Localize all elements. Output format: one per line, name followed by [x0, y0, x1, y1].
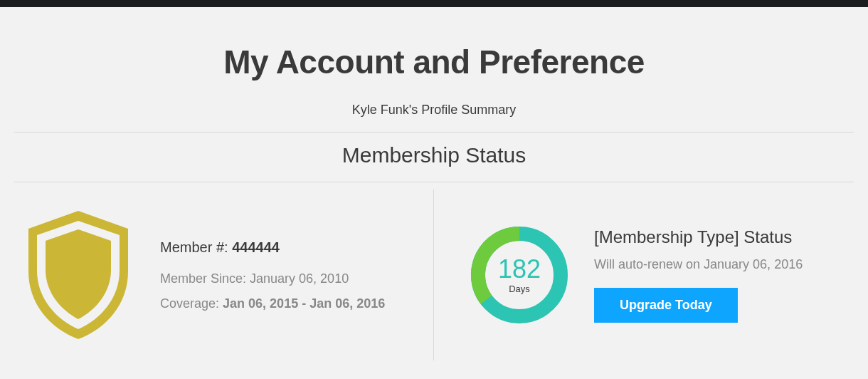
divider [14, 182, 854, 182]
coverage-row: Coverage: Jan 06, 2015 - Jan 06, 2016 [160, 296, 385, 311]
top-bar [0, 0, 868, 7]
member-since-row: Member Since: January 06, 2010 [160, 271, 385, 286]
coverage-label: Coverage: [160, 296, 223, 311]
days-unit: Days [509, 284, 530, 294]
days-gauge: 182 Days [462, 222, 576, 328]
member-info: Member #: 444444 Member Since: January 0… [142, 239, 399, 311]
status-info: [Membership Type] Status Will auto-renew… [576, 227, 803, 323]
page-subtitle: Kyle Funk's Profile Summary [14, 103, 854, 118]
divider [14, 132, 854, 133]
member-number-label: Member #: [160, 239, 232, 255]
coverage-value: Jan 06, 2015 - Jan 06, 2016 [223, 296, 385, 311]
upgrade-button[interactable]: Upgrade Today [594, 288, 738, 323]
shield-icon [14, 204, 142, 346]
status-type-title: [Membership Type] Status [594, 227, 803, 247]
member-since-label: Member Since: [160, 271, 250, 286]
page-title: My Account and Preference [14, 43, 854, 81]
section-title: Membership Status [14, 143, 854, 167]
member-number-value: 444444 [232, 239, 280, 255]
member-since-value: January 06, 2010 [250, 271, 349, 286]
member-panel: Member #: 444444 Member Since: January 0… [14, 190, 434, 360]
member-number-row: Member #: 444444 [160, 239, 385, 256]
status-panel: 182 Days [Membership Type] Status Will a… [434, 190, 854, 360]
status-renew-text: Will auto-renew on January 06, 2016 [594, 257, 803, 272]
days-value: 182 [498, 256, 541, 282]
